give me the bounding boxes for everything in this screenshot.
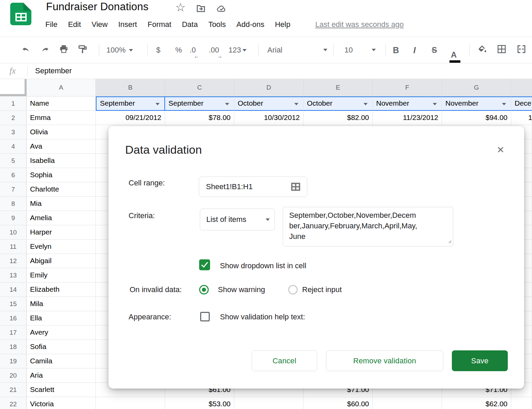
menu-addons[interactable]: Add-ons: [236, 20, 264, 29]
row-header-7[interactable]: 7: [0, 182, 27, 197]
select-all-corner[interactable]: [0, 79, 27, 96]
row-header-20[interactable]: 20: [0, 368, 27, 383]
row-header-17[interactable]: 17: [0, 325, 27, 340]
cell-A13[interactable]: Emily: [27, 268, 96, 283]
increase-decimal-button[interactable]: .00→: [209, 46, 219, 55]
cell-G22[interactable]: $62.00: [442, 397, 511, 409]
font-select[interactable]: Arial: [267, 46, 327, 55]
font-size-select[interactable]: 10: [344, 46, 376, 55]
undo-icon[interactable]: [21, 44, 31, 56]
cell-A6[interactable]: Sophia: [27, 168, 96, 182]
select-data-range-icon[interactable]: [290, 181, 301, 194]
cell-D2[interactable]: 10/30/2012: [234, 111, 304, 125]
cell-D1[interactable]: October: [234, 96, 304, 111]
cell-range-input[interactable]: Sheet1!B1:H1: [199, 177, 307, 197]
cell-A10[interactable]: Harper: [27, 225, 96, 240]
cell-A20[interactable]: Aria: [27, 368, 96, 383]
row-header-4[interactable]: 4: [0, 139, 27, 154]
cell-A11[interactable]: Evelyn: [27, 240, 96, 254]
column-header-G[interactable]: G: [442, 79, 511, 96]
row-header-14[interactable]: 14: [0, 283, 27, 297]
format-percent-button[interactable]: %: [175, 46, 182, 55]
cell-E1[interactable]: October: [304, 96, 373, 111]
reject-input-radio[interactable]: [288, 285, 298, 294]
show-warning-radio[interactable]: [199, 285, 209, 294]
cell-C2[interactable]: $78.00: [165, 111, 234, 125]
cell-C1[interactable]: September: [165, 96, 234, 111]
row-header-5[interactable]: 5: [0, 154, 27, 168]
cancel-button[interactable]: Cancel: [252, 350, 317, 371]
cell-A14[interactable]: Elizabeth: [27, 283, 96, 297]
row-header-12[interactable]: 12: [0, 254, 27, 268]
print-icon[interactable]: [59, 44, 69, 56]
cell-A18[interactable]: Sofia: [27, 340, 96, 354]
cell-A15[interactable]: Mila: [27, 297, 96, 311]
cell-A12[interactable]: Abigail: [27, 254, 96, 268]
cell-H22[interactable]: [511, 397, 532, 409]
cell-A9[interactable]: Amelia: [27, 211, 96, 225]
dropdown-arrow-icon[interactable]: [294, 103, 298, 105]
strikethrough-button[interactable]: S: [432, 45, 437, 55]
row-header-13[interactable]: 13: [0, 268, 27, 283]
menu-insert[interactable]: Insert: [118, 20, 137, 29]
row-header-15[interactable]: 15: [0, 297, 27, 311]
column-header-B[interactable]: B: [96, 79, 165, 96]
column-header-F[interactable]: F: [373, 79, 442, 96]
cell-H2[interactable]: 1: [511, 111, 532, 125]
row-header-9[interactable]: 9: [0, 211, 27, 225]
menu-tools[interactable]: Tools: [208, 20, 226, 29]
column-header-E[interactable]: E: [304, 79, 373, 96]
document-title[interactable]: Fundraiser Donations: [46, 1, 148, 13]
text-color-button[interactable]: A: [451, 50, 457, 59]
row-header-6[interactable]: 6: [0, 168, 27, 182]
row-header-16[interactable]: 16: [0, 311, 27, 325]
row-header-19[interactable]: 19: [0, 354, 27, 368]
column-header-A[interactable]: A: [27, 79, 96, 96]
cell-A5[interactable]: Isabella: [27, 154, 96, 168]
cell-B1[interactable]: September: [96, 96, 165, 111]
resize-handle-icon[interactable]: [447, 239, 452, 245]
criteria-type-select[interactable]: List of items: [200, 209, 275, 230]
merge-cells-icon[interactable]: [516, 44, 527, 56]
row-header-18[interactable]: 18: [0, 340, 27, 354]
menu-view[interactable]: View: [91, 20, 107, 29]
cell-F2[interactable]: 11/23/2012: [373, 111, 442, 125]
decrease-decimal-button[interactable]: .0←: [190, 46, 196, 55]
row-header-2[interactable]: 2: [0, 111, 27, 125]
dropdown-arrow-icon[interactable]: [502, 103, 506, 105]
cell-A19[interactable]: Camila: [27, 354, 96, 368]
saved-to-drive-icon[interactable]: [216, 3, 227, 15]
dropdown-arrow-icon[interactable]: [225, 103, 229, 105]
move-to-folder-icon[interactable]: [196, 3, 206, 15]
cell-G2[interactable]: $94.00: [442, 111, 511, 125]
cell-C22[interactable]: $53.00: [165, 397, 234, 409]
cell-A1[interactable]: Name: [27, 96, 96, 111]
formula-input[interactable]: September: [35, 66, 72, 75]
dropdown-arrow-icon[interactable]: [364, 103, 368, 105]
cell-F22[interactable]: [373, 397, 442, 409]
dropdown-arrow-icon[interactable]: [433, 103, 437, 105]
cell-A21[interactable]: Scarlett: [27, 383, 96, 397]
row-header-8[interactable]: 8: [0, 197, 27, 211]
borders-icon[interactable]: [497, 44, 507, 56]
remove-validation-button[interactable]: Remove validation: [326, 350, 443, 371]
dropdown-arrow-icon[interactable]: [156, 103, 160, 105]
row-header-3[interactable]: 3: [0, 125, 27, 139]
cell-B2[interactable]: 09/21/2012: [96, 111, 165, 125]
fill-color-icon[interactable]: [477, 44, 487, 56]
cell-A22[interactable]: Victoria: [27, 397, 96, 409]
row-header-10[interactable]: 10: [0, 225, 27, 240]
cell-A17[interactable]: Avery: [27, 325, 96, 340]
sheets-logo-icon[interactable]: [10, 3, 31, 27]
menu-help[interactable]: Help: [275, 20, 290, 29]
cell-A3[interactable]: Olivia: [27, 125, 96, 139]
cell-F1[interactable]: November: [373, 96, 442, 111]
menu-file[interactable]: File: [45, 20, 57, 29]
row-header-1[interactable]: 1: [0, 96, 27, 111]
last-edit-link[interactable]: Last edit was seconds ago: [315, 20, 403, 29]
cell-A8[interactable]: Mia: [27, 197, 96, 211]
column-header-H[interactable]: [511, 79, 532, 96]
paint-format-icon[interactable]: [78, 44, 88, 56]
cell-D22[interactable]: [234, 397, 304, 409]
cell-A2[interactable]: Emma: [27, 111, 96, 125]
